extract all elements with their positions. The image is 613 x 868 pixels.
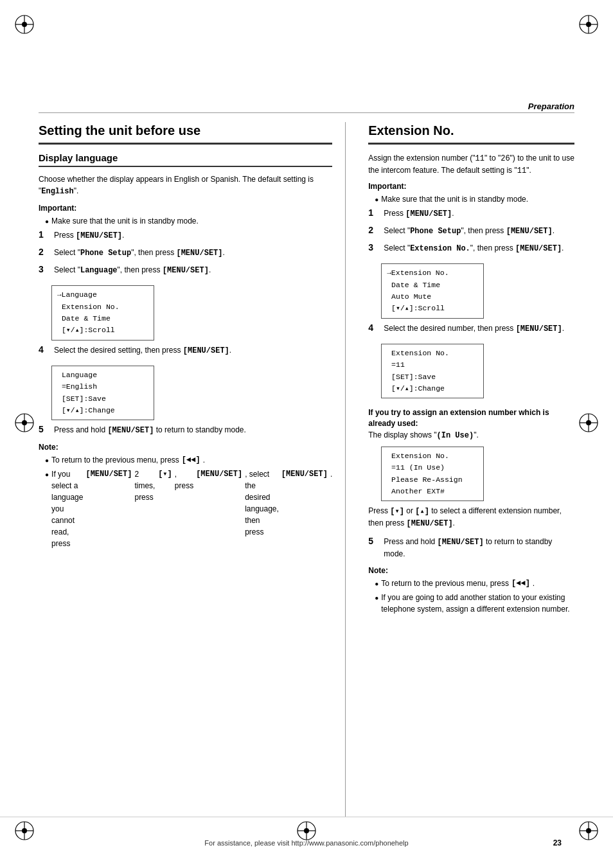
right-step-number-4: 4 [368,323,378,333]
svg-point-27 [586,420,591,425]
right-step-1: 1 Press [MENU/SET]. [368,208,574,220]
left-step-3: 3 Select "Language", then press [MENU/SE… [39,264,332,276]
reg-mark-top-right [577,13,600,36]
left-display-box-2: Language =English [SET]:Save [▾/▴]:Chang… [51,366,154,421]
right-step-2: 2 Select "Phone Setup", then press [MENU… [368,225,574,237]
step-number-3: 3 [39,264,49,274]
important-label-left: Important: [39,204,332,213]
svg-point-11 [22,420,27,425]
svg-point-7 [586,22,591,27]
reg-mark-mid-left [13,411,36,434]
note-item-left-1: To return to the previous menu, press [◄… [45,454,332,466]
right-step-number-2: 2 [368,225,378,235]
step-text-4: Select the desired setting, then press [… [54,344,332,357]
note-label-left: Note: [39,443,332,452]
step-number-5: 5 [39,424,49,434]
step-text-2: Select "Phone Setup", then press [MENU/S… [54,247,332,259]
right-step-number-3: 3 [368,242,378,252]
step-text-1: Press [MENU/SET]. [54,229,332,242]
right-step-text-4: Select the desired number, then press [M… [384,323,574,335]
right-step-text-1: Press [MENU/SET]. [384,208,574,220]
right-step-text-5: Press and hold [MENU/SET] to return to s… [384,536,574,560]
page-number: 23 [553,838,562,847]
display-language-title: Display language [39,152,332,167]
left-display-box-1: →Language Extension No. Date & Time [▾/▴… [51,285,154,341]
if-assign-heading: If you try to assign an extension number… [368,407,574,429]
footer: For assistance, please visit http://www.… [0,817,613,868]
step-text-3: Select "Language", then press [MENU/SET]… [54,264,332,276]
content-area: Setting the unit before use Display lang… [39,122,574,817]
right-display-box-1: →Extension No. Date & Time Auto Mute [▾/… [381,263,484,319]
main-section-title: Setting the unit before use [39,122,332,145]
right-column: Extension No. Assign the extension numbe… [365,122,574,817]
right-step-3: 3 Select "Extension No.", then press [ME… [368,242,574,254]
important-bullet-right-1: Make sure that the unit is in standby mo… [375,193,574,205]
important-bullet-left-1: Make sure that the unit is in standby mo… [45,215,332,227]
step-number-2: 2 [39,247,49,257]
top-rule [39,112,574,113]
left-step-1: 1 Press [MENU/SET]. [39,229,332,242]
right-step-number-1: 1 [368,208,378,218]
step-number-1: 1 [39,229,49,240]
if-assign-text: The display shows "(In Use)". [368,430,574,440]
left-column: Setting the unit before use Display lang… [39,122,346,817]
right-display-box-3: Extension No. =11 (In Use) Please Re-Ass… [381,447,484,502]
note-label-right: Note: [368,566,574,575]
extension-no-intro: Assign the extension number ("11" to "26… [368,152,574,177]
reg-mark-top-left [13,13,36,36]
note-item-left-2: If you select a language you cannot read… [45,468,332,549]
step-number-4: 4 [39,344,49,355]
page: Preparation Setting the unit before use … [0,0,613,868]
after-assign-text: Press [▾] or [▴] to select a different e… [368,505,574,529]
right-display-box-2: Extension No. =11 [SET]:Save [▾/▴]:Chang… [381,344,484,399]
left-step-4: 4 Select the desired setting, then press… [39,344,332,357]
right-step-4: 4 Select the desired number, then press … [368,323,574,335]
right-step-text-2: Select "Phone Setup", then press [MENU/S… [384,225,574,237]
step-text-5: Press and hold [MENU/SET] to return to s… [54,424,332,436]
preparation-heading: Preparation [528,102,574,111]
reg-mark-mid-right [577,411,600,434]
important-label-right: Important: [368,182,574,191]
left-step-2: 2 Select "Phone Setup", then press [MENU… [39,247,332,259]
extension-no-title: Extension No. [368,122,574,145]
svg-point-3 [22,22,27,27]
right-step-number-5: 5 [368,536,378,546]
footer-text: For assistance, please visit http://www.… [204,839,408,847]
note-item-right-2: If you are going to add another station … [375,592,574,615]
note-item-right-1: To return to the previous menu, press [◄… [375,578,574,589]
display-language-intro: Choose whether the display appears in En… [39,173,332,197]
right-step-text-3: Select "Extension No.", then press [MENU… [384,242,574,254]
right-step-5: 5 Press and hold [MENU/SET] to return to… [368,536,574,560]
left-step-5: 5 Press and hold [MENU/SET] to return to… [39,424,332,436]
